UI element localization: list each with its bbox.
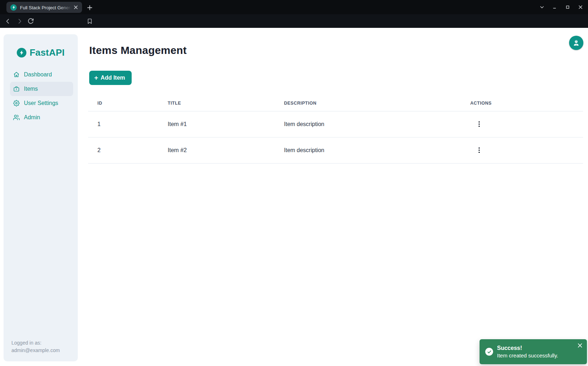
table-row: 1 Item #1 Item description bbox=[88, 111, 583, 137]
success-toast: Success! Item created successfully. bbox=[480, 339, 587, 364]
tab-strip: Full Stack Project Genera bbox=[0, 0, 588, 14]
new-tab-button[interactable] bbox=[85, 3, 94, 12]
header-actions: ACTIONS bbox=[470, 95, 583, 111]
toast-message: Item created successfully. bbox=[497, 352, 558, 359]
logged-in-label: Logged in as: bbox=[11, 339, 60, 347]
home-icon bbox=[13, 71, 20, 78]
add-item-label: Add Item bbox=[101, 75, 125, 81]
browser-tab[interactable]: Full Stack Project Genera bbox=[6, 2, 82, 13]
fastapi-logo-text: FastAPI bbox=[30, 47, 65, 58]
users-icon bbox=[13, 114, 20, 121]
sidebar-item-user-settings[interactable]: User Settings bbox=[10, 96, 73, 110]
sidebar-item-label: Dashboard bbox=[24, 71, 52, 78]
cell-title: Item #1 bbox=[168, 111, 284, 137]
browser-toolbar: localhost/items 1 bbox=[0, 14, 588, 28]
browser-window: Full Stack Project Genera bbox=[0, 0, 588, 366]
close-window-icon[interactable] bbox=[577, 3, 584, 11]
sidebar-item-label: Items bbox=[24, 86, 38, 92]
tab-title-wrap: Full Stack Project Genera bbox=[20, 4, 72, 11]
minimize-icon[interactable] bbox=[551, 3, 559, 11]
row-actions-kebab-icon[interactable] bbox=[473, 119, 485, 130]
toast-texts: Success! Item created successfully. bbox=[497, 345, 558, 359]
briefcase-icon bbox=[13, 86, 20, 92]
reload-icon[interactable] bbox=[26, 17, 35, 25]
add-item-button[interactable]: + Add Item bbox=[89, 71, 132, 85]
toast-close-icon[interactable] bbox=[576, 342, 583, 349]
check-circle-icon bbox=[485, 348, 493, 356]
cell-id: 2 bbox=[88, 137, 168, 163]
window-controls bbox=[538, 0, 588, 14]
table-header-row: ID TITLE DESCRIPTION ACTIONS bbox=[88, 95, 583, 111]
header-title: TITLE bbox=[168, 95, 284, 111]
sidebar-item-dashboard[interactable]: Dashboard bbox=[10, 67, 73, 82]
tab-search-chevron-icon[interactable] bbox=[538, 3, 546, 11]
bookmark-icon[interactable] bbox=[85, 17, 94, 25]
sidebar-nav: Dashboard Items User Settings bbox=[4, 67, 78, 125]
tab-close-icon[interactable] bbox=[72, 4, 79, 11]
gear-icon bbox=[13, 100, 20, 106]
items-table: ID TITLE DESCRIPTION ACTIONS 1 Item #1 I… bbox=[88, 95, 583, 164]
page-content: FastAPI Dashboard Items bbox=[0, 28, 588, 366]
sidebar-item-label: User Settings bbox=[24, 100, 58, 106]
tab-title-fade bbox=[60, 4, 72, 11]
header-id: ID bbox=[88, 95, 168, 111]
logged-in-email: admin@example.com bbox=[11, 347, 60, 354]
cell-id: 1 bbox=[88, 111, 168, 137]
plus-icon: + bbox=[94, 74, 98, 81]
sidebar-item-label: Admin bbox=[24, 114, 40, 121]
sidebar-item-admin[interactable]: Admin bbox=[10, 110, 73, 125]
user-avatar-icon bbox=[572, 39, 580, 47]
header-description: DESCRIPTION bbox=[284, 95, 470, 111]
page-title: Items Management bbox=[89, 44, 187, 56]
row-actions-kebab-icon[interactable] bbox=[473, 145, 485, 156]
forward-icon[interactable] bbox=[15, 17, 24, 25]
cell-description: Item description bbox=[284, 137, 470, 163]
maximize-icon[interactable] bbox=[564, 3, 572, 11]
cell-title: Item #2 bbox=[168, 137, 284, 163]
back-icon[interactable] bbox=[4, 17, 12, 25]
table-row: 2 Item #2 Item description bbox=[88, 137, 583, 163]
fastapi-favicon bbox=[10, 4, 17, 11]
sidebar-item-items[interactable]: Items bbox=[10, 82, 73, 96]
fastapi-logo: FastAPI bbox=[4, 34, 78, 58]
sidebar: FastAPI Dashboard Items bbox=[4, 34, 78, 361]
cell-description: Item description bbox=[284, 111, 470, 137]
fastapi-bolt-icon bbox=[17, 48, 26, 57]
toast-title: Success! bbox=[497, 345, 558, 351]
sidebar-footer: Logged in as: admin@example.com bbox=[11, 339, 60, 354]
user-menu-button[interactable] bbox=[569, 36, 583, 50]
